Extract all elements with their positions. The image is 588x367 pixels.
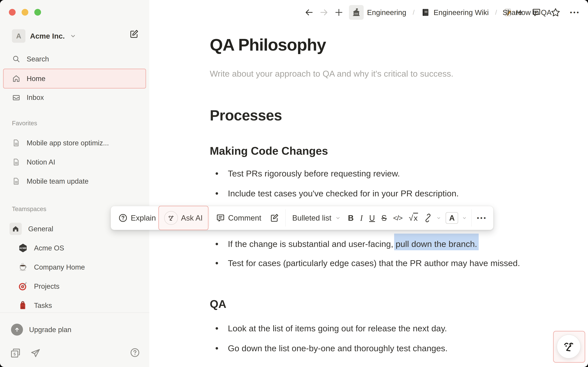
comments-icon[interactable] bbox=[532, 8, 541, 17]
minimize-button[interactable] bbox=[22, 9, 28, 16]
window-controls bbox=[9, 9, 41, 16]
ask-ai-button[interactable]: Ask AI bbox=[161, 210, 206, 226]
sidebar-item-label: Inbox bbox=[27, 93, 44, 101]
bullet-item: Include test cases you've checked for in… bbox=[216, 186, 539, 201]
breadcrumb-label: Engineering Wiki bbox=[433, 8, 489, 17]
sidebar-item-label: Mobile app store optimiz... bbox=[27, 139, 109, 147]
link-icon bbox=[424, 214, 433, 222]
sidebar-item-projects[interactable]: Projects bbox=[0, 278, 149, 295]
sidebar-item-label: General bbox=[28, 225, 53, 233]
send-icon[interactable] bbox=[30, 347, 41, 359]
italic-button[interactable]: I bbox=[358, 214, 365, 223]
code-button[interactable]: </> bbox=[391, 214, 405, 222]
notion-ai-floating-button[interactable] bbox=[557, 334, 581, 359]
share-button[interactable]: Share bbox=[503, 8, 522, 17]
underline-button[interactable]: U bbox=[367, 213, 377, 223]
bullet-item: Test PRs rigorously before requesting re… bbox=[216, 166, 539, 181]
sidebar-item-label: Company Home bbox=[34, 263, 85, 271]
workspace-switcher[interactable]: A Acme Inc. bbox=[0, 28, 149, 44]
sidebar-item-favorite-2[interactable]: Mobile team update bbox=[0, 173, 149, 190]
new-page-icon[interactable] bbox=[129, 29, 139, 39]
comment-button[interactable]: Comment bbox=[212, 210, 265, 226]
bullet-text: Test for cases (particularly edge cases)… bbox=[228, 256, 539, 270]
equation-button[interactable]: √x bbox=[406, 213, 421, 223]
link-button[interactable] bbox=[422, 210, 442, 226]
sidebar-item-home[interactable]: Home bbox=[3, 69, 146, 89]
comment-icon bbox=[216, 213, 225, 223]
calendar-icon[interactable]: 5 bbox=[10, 347, 21, 359]
inbox-icon bbox=[12, 93, 21, 102]
sidebar-item-inbox[interactable]: Inbox bbox=[0, 89, 149, 106]
bullet-text: Test PRs rigorously before requesting re… bbox=[228, 166, 539, 181]
bullet-dot bbox=[216, 243, 218, 245]
building-icon bbox=[349, 5, 364, 20]
block-type-dropdown[interactable]: Bulleted list bbox=[289, 210, 344, 226]
sidebar-item-label: Home bbox=[27, 75, 45, 83]
text-color-dropdown[interactable]: A bbox=[444, 210, 468, 226]
selected-text: pull down the branch. bbox=[394, 234, 479, 250]
selection-toolbar: Explain Ask AI Comment Bulleted list bbox=[111, 206, 494, 230]
bullet-dot bbox=[216, 347, 218, 350]
comment-label: Comment bbox=[228, 214, 261, 222]
sidebar-item-tasks[interactable]: Tasks bbox=[0, 297, 149, 314]
explain-button[interactable]: Explain bbox=[115, 210, 159, 226]
bullet-text: Include test cases you've checked for in… bbox=[228, 186, 539, 201]
page-subtitle: Write about your approach to QA and why … bbox=[210, 69, 453, 79]
sidebar-item-favorite-1[interactable]: Notion AI bbox=[0, 154, 149, 170]
sidebar-item-company-home[interactable]: Company Home bbox=[0, 259, 149, 275]
sidebar: A Acme Inc. Search Home Inbo bbox=[0, 0, 149, 367]
svg-text:ACME: ACME bbox=[20, 247, 26, 249]
favorite-star-icon[interactable] bbox=[551, 8, 560, 17]
forward-arrow-icon[interactable] bbox=[319, 8, 329, 17]
suggest-edits-button[interactable] bbox=[266, 210, 282, 226]
help-icon[interactable] bbox=[129, 347, 140, 358]
plus-icon[interactable] bbox=[334, 8, 343, 17]
main-area: Engineering / Engineering Wiki / How to … bbox=[149, 0, 588, 367]
strikethrough-button[interactable]: S bbox=[379, 213, 389, 223]
sidebar-item-favorite-0[interactable]: Mobile app store optimiz... bbox=[0, 134, 149, 151]
page-title: QA Philosophy bbox=[210, 35, 326, 54]
zoom-button[interactable] bbox=[34, 9, 41, 16]
sidebar-item-search[interactable]: Search bbox=[0, 50, 149, 67]
sidebar-item-acme-os[interactable]: ACME Acme OS bbox=[0, 240, 149, 256]
sidebar-item-label: Notion AI bbox=[27, 158, 55, 166]
breadcrumb-separator: / bbox=[494, 8, 498, 16]
more-actions-icon[interactable]: ••• bbox=[475, 215, 489, 222]
bullet-text: Go down the list one-by-one and thorough… bbox=[228, 341, 539, 356]
sidebar-item-label: Search bbox=[27, 55, 49, 63]
back-arrow-icon[interactable] bbox=[304, 8, 314, 17]
sidebar-item-label: Projects bbox=[34, 282, 59, 290]
ask-ai-label: Ask AI bbox=[181, 214, 203, 222]
text-color-letter: A bbox=[446, 212, 458, 224]
bold-button[interactable]: B bbox=[345, 213, 356, 223]
svg-text:5: 5 bbox=[14, 352, 16, 356]
sidebar-item-label: Acme OS bbox=[34, 244, 64, 252]
sidebar-item-upgrade-plan[interactable]: Upgrade plan bbox=[0, 321, 149, 338]
upgrade-arrow-icon bbox=[11, 324, 23, 336]
breadcrumb-separator: / bbox=[412, 8, 416, 16]
teamspaces-section-label: Teamspaces bbox=[12, 206, 46, 212]
toolbar-divider bbox=[471, 209, 472, 226]
backpack-icon bbox=[18, 300, 28, 310]
bullet-text: Look at the list of items going out for … bbox=[228, 321, 539, 336]
edit-pencil-icon bbox=[270, 213, 279, 223]
close-button[interactable] bbox=[9, 9, 16, 16]
sidebar-item-label: Mobile team update bbox=[27, 177, 89, 185]
question-circle-icon bbox=[118, 213, 128, 223]
target-icon bbox=[18, 281, 28, 291]
document-icon bbox=[12, 158, 21, 166]
general-house-icon bbox=[9, 223, 22, 235]
bullet-dot bbox=[216, 192, 218, 195]
explain-label: Explain bbox=[131, 214, 156, 222]
chevron-down-icon bbox=[70, 33, 76, 39]
breadcrumb-item-engineering[interactable]: Engineering bbox=[349, 5, 406, 20]
search-icon bbox=[12, 55, 21, 63]
toolbar-divider bbox=[286, 209, 286, 226]
heading-processes: Processes bbox=[210, 107, 282, 124]
chevron-down-icon bbox=[436, 216, 441, 220]
document-icon bbox=[12, 177, 21, 185]
sidebar-divider bbox=[0, 312, 149, 313]
sidebar-item-label: Tasks bbox=[34, 301, 52, 309]
breadcrumb-item-engineering-wiki[interactable]: Engineering Wiki bbox=[421, 8, 489, 17]
more-options-icon[interactable]: ••• bbox=[570, 9, 580, 16]
